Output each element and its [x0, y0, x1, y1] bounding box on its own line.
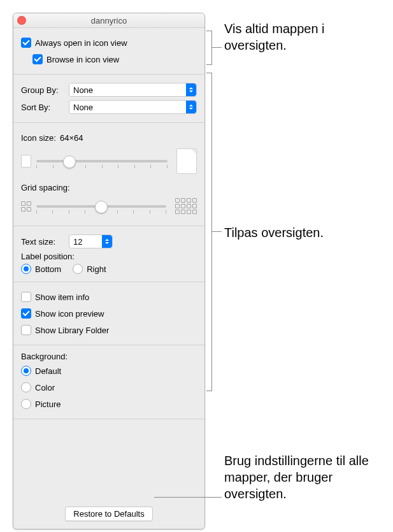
text-size-popup[interactable]: 12	[69, 234, 113, 248]
annotation-2: Tilpas oversigten.	[224, 224, 324, 241]
popup-arrows-icon	[186, 83, 196, 96]
callout-line	[154, 497, 222, 498]
titlebar: dannyrico	[13, 13, 204, 28]
label-right-radio[interactable]	[73, 264, 83, 274]
background-color-radio[interactable]	[21, 382, 31, 392]
background-heading: Background:	[21, 352, 197, 361]
label-position-heading: Label position:	[21, 252, 197, 261]
section-icon-size: Icon size: 64×64 Grid spacing:	[13, 123, 204, 226]
callout-bracket	[206, 73, 212, 391]
file-small-icon	[21, 155, 31, 168]
background-default-label: Default	[35, 366, 61, 376]
section-show: Show item info Show icon preview Show Li…	[13, 282, 204, 345]
icon-size-slider[interactable]	[36, 160, 168, 162]
always-open-checkbox[interactable]	[21, 38, 31, 48]
text-size-value: 12	[73, 237, 82, 247]
footer-area: Restore to Defaults	[13, 419, 204, 529]
group-by-value: None	[73, 85, 93, 95]
show-library-label: Show Library Folder	[35, 326, 109, 335]
view-options-window: dannyrico Always open in icon view Brows…	[13, 13, 205, 529]
restore-defaults-button[interactable]: Restore to Defaults	[65, 507, 152, 521]
annotations-area: Vis altid mappen i oversigten. Tilpas ov…	[205, 13, 380, 529]
show-icon-preview-label: Show icon preview	[35, 309, 104, 319]
callout-line	[211, 47, 222, 48]
label-right-text: Right	[87, 264, 106, 274]
callout-bracket	[206, 31, 212, 65]
grid-tight-icon	[21, 201, 31, 212]
file-large-icon	[176, 148, 197, 174]
section-text: Text size: 12 Label position: Bottom Rig…	[13, 226, 204, 282]
always-open-label: Always open in icon view	[35, 38, 127, 48]
show-icon-preview-checkbox[interactable]	[21, 308, 31, 319]
sort-by-value: None	[73, 103, 93, 112]
group-by-popup[interactable]: None	[69, 83, 197, 97]
grid-loose-icon	[175, 198, 197, 214]
section-background: Background: Default Color Picture	[13, 345, 204, 419]
annotation-1: Vis altid mappen i oversigten.	[224, 20, 380, 54]
show-library-checkbox[interactable]	[21, 325, 31, 335]
background-picture-label: Picture	[35, 399, 61, 409]
grid-spacing-slider[interactable]	[36, 205, 166, 208]
annotation-3: Brug indstillingerne til alle mapper, de…	[224, 452, 380, 502]
background-color-label: Color	[35, 383, 55, 392]
section-view-mode: Always open in icon view Browse in icon …	[13, 28, 204, 75]
grid-spacing-label: Grid spacing:	[21, 183, 70, 192]
restore-defaults-label: Restore to Defaults	[73, 509, 144, 519]
sort-by-popup[interactable]: None	[69, 100, 197, 114]
icon-size-value: 64×64	[60, 133, 83, 143]
background-picture-radio[interactable]	[21, 399, 31, 409]
background-default-radio[interactable]	[21, 366, 31, 376]
section-arrange: Group By: None Sort By: None	[13, 75, 204, 123]
browse-label: Browse in icon view	[46, 55, 119, 64]
popup-arrows-icon	[102, 235, 112, 248]
group-by-label: Group By:	[21, 85, 69, 95]
icon-size-label: Icon size:	[21, 133, 56, 143]
slider-thumb[interactable]	[95, 201, 108, 213]
show-item-info-label: Show item info	[35, 292, 89, 302]
text-size-label: Text size:	[21, 237, 69, 247]
callout-line	[211, 231, 222, 232]
window-title: dannyrico	[13, 16, 204, 25]
slider-thumb[interactable]	[63, 155, 76, 168]
label-bottom-text: Bottom	[35, 264, 61, 274]
popup-arrows-icon	[186, 101, 196, 113]
label-bottom-radio[interactable]	[21, 264, 31, 274]
browse-checkbox[interactable]	[32, 54, 43, 64]
show-item-info-checkbox[interactable]	[21, 292, 31, 302]
sort-by-label: Sort By:	[21, 103, 69, 112]
